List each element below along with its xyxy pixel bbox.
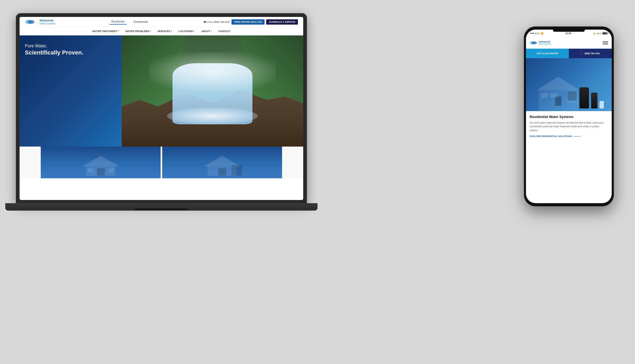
btn-call-phone[interactable]: 📞 (888) 788-3181 [569,49,612,58]
svg-point-1 [28,20,34,24]
waterfall-bg [122,35,303,147]
svg-rect-19 [555,97,561,106]
site-card-2[interactable] [162,147,282,178]
phone-house-illustration [529,74,588,111]
product-unit-large [579,87,589,108]
scene: K Advanced Water Systems Residential Com… [0,0,635,364]
hero-left: Pure Water, Scientifically Proven. [20,35,122,147]
laptop-screen: K Advanced Water Systems Residential Com… [20,17,303,200]
laptop-outer: K Advanced Water Systems Residential Com… [16,13,307,204]
nav-water-treatment[interactable]: WATER TREATMENT ▾ [92,30,119,33]
phone-hero-image [526,58,612,111]
arrow-right-icon [574,136,580,136]
phone-device: AT&T 📶 10:30 🔒 98 % [524,26,614,206]
site-topbar: K Advanced Water Systems Residential Com… [20,17,303,27]
brand-sub: Water Systems [39,22,56,25]
phone-product-units [579,87,604,108]
chevron-down-icon: ▾ [118,30,119,32]
nav-water-problems[interactable]: WATER PROBLEMS ▾ [125,30,151,33]
svg-rect-18 [568,91,577,101]
topbar-center: Residential Commercial [109,19,150,25]
phone-section-title: Residential Water Systems [530,115,608,119]
svg-rect-10 [218,168,226,176]
btn-get-clean-water[interactable]: GET CLEAN WATER [526,49,569,58]
phone-status-left: AT&T 📶 [530,32,543,35]
nav-locations[interactable]: LOCATIONS ▾ [178,30,195,33]
nav-services[interactable]: SERVICES ▾ [157,30,172,33]
phone-call-icon: 📞 [580,52,583,55]
chevron-down-icon: ▾ [150,30,151,32]
site-navbar: WATER TREATMENT ▾ WATER PROBLEMS ▾ SERVI… [20,27,303,35]
phone-status-right: 🔒 98 % [593,32,607,35]
svg-text:K: K [530,42,532,44]
phone-brand-name: Advanced [539,40,551,43]
product-unit-small [591,93,597,108]
phone-screen: AT&T 📶 10:30 🔒 98 % [526,30,612,203]
svg-rect-6 [88,168,93,172]
phone-brand-sub: Water Systems [539,43,551,45]
nav-about[interactable]: ABOUT ▾ [201,30,212,33]
signal-dot [532,33,533,34]
card-house-bg-2 [162,147,282,178]
lock-icon: 🔒 [593,32,596,35]
signal-dots [530,33,534,34]
svg-rect-5 [97,168,105,176]
laptop: K Advanced Water Systems Residential Com… [16,13,323,220]
battery-pct: 98 % [597,32,601,35]
chevron-down-icon: ▾ [171,30,172,32]
btn-schedule[interactable]: SCHEDULE A SERVICE [266,19,298,25]
svg-marker-15 [537,77,579,90]
phone-brand-text: Advanced Water Systems [539,40,551,45]
card-house-bg-1 [41,147,161,178]
laptop-base [5,203,318,211]
chevron-down-icon: ▾ [211,30,212,32]
tab-commercial[interactable]: Commercial [131,19,149,24]
explore-residential-link[interactable]: EXPLORE RESIDENTIAL SOLUTIONS [530,135,608,138]
site-cards [20,147,303,178]
hero-tagline: Pure Water, Scientifically Proven. [25,43,116,56]
clock-display: 10:30 [565,32,571,35]
signal-dot [533,33,534,34]
phone-header: K Advanced Water Systems [526,37,612,49]
wf-foam [167,108,258,124]
btn-water-analysis[interactable]: FREE WATER ANALYSIS [232,19,265,25]
kinetico-logo: K [25,18,35,26]
brand-name: Advanced [39,19,56,22]
svg-marker-3 [82,156,119,166]
product-glass [600,101,604,108]
tab-residential[interactable]: Residential [109,19,126,25]
phone-icon: ☎ [203,21,206,23]
chevron-down-icon: ▾ [194,30,195,32]
svg-marker-8 [204,156,241,166]
svg-rect-11 [232,165,242,176]
svg-rect-21 [550,93,557,98]
hero-right [122,35,303,147]
phone-notch [553,30,585,32]
svg-text:K: K [26,21,28,23]
signal-dot [530,33,531,34]
phone-content: Residential Water Systems Our local wate… [526,111,612,141]
site-hero: Pure Water, Scientifically Proven. [20,35,303,147]
site-brand-text: Advanced Water Systems [37,19,56,25]
hamburger-menu-icon[interactable] [603,41,608,44]
phone-link[interactable]: ☎ CALL (888) 788-3181 [203,21,230,23]
phone-logo-area: K Advanced Water Systems [530,40,551,46]
phone-cta-row: GET CLEAN WATER 📞 (888) 788-3181 [526,49,612,58]
wifi-icon: 📶 [541,32,543,35]
phone-number: CALL (888) 788-3181 [207,21,230,23]
wf-mist [149,52,276,91]
topbar-right: ☎ CALL (888) 788-3181 FREE WATER ANALYSI… [203,19,298,25]
svg-point-13 [532,41,537,44]
phone-kinetico-logo: K [530,40,537,46]
site-card-1[interactable] [41,147,161,178]
battery-icon [602,32,607,35]
phone-section-text: Our local water treatment experts will t… [530,121,608,132]
nav-contact[interactable]: CONTACT [218,30,230,33]
svg-rect-20 [541,93,548,98]
carrier-label: AT&T [535,32,540,35]
battery-fill [603,33,607,34]
svg-rect-7 [109,168,114,172]
site-logo-area: K Advanced Water Systems [25,18,56,26]
